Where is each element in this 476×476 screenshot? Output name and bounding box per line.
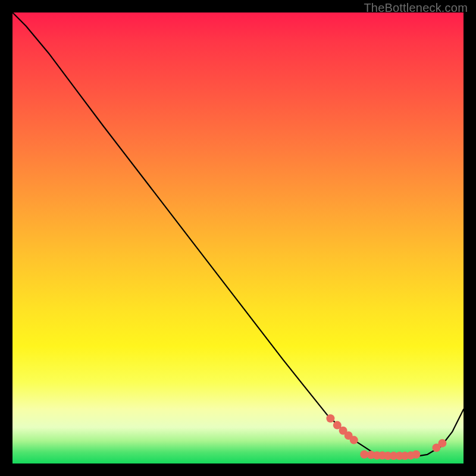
bottleneck-curve [12,12,464,457]
curve-marker [438,439,446,447]
curve-marker [326,414,334,422]
curve-marker [412,450,420,459]
curve-marker [350,436,358,444]
attribution-text: TheBottleneck.com [364,1,468,15]
chart-stage: TheBottleneck.com [0,0,476,476]
chart-svg [12,12,464,464]
plot-area [12,12,464,464]
